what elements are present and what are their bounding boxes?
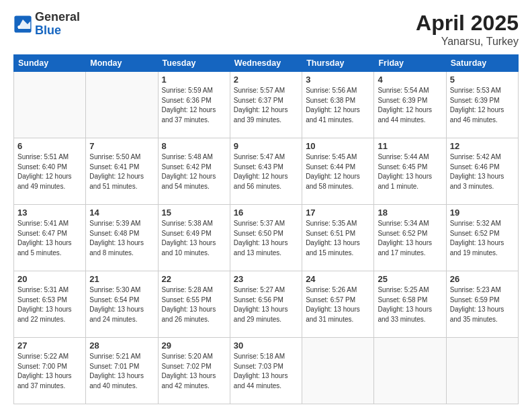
logo-blue-text: Blue: [35, 24, 80, 38]
day-number: 19: [450, 208, 515, 218]
svg-point-2: [17, 26, 20, 28]
day-number: 9: [234, 141, 298, 151]
table-row: [446, 338, 518, 404]
day-info: Sunrise: 5:42 AM Sunset: 6:46 PM Dayligh…: [450, 152, 515, 191]
day-info: Sunrise: 5:47 AM Sunset: 6:43 PM Dayligh…: [234, 152, 298, 191]
day-number: 25: [378, 274, 442, 284]
table-row: 6Sunrise: 5:51 AM Sunset: 6:40 PM Daylig…: [14, 138, 86, 205]
calendar-header-saturday: Saturday: [446, 55, 518, 72]
day-number: 2: [234, 75, 298, 85]
table-row: 17Sunrise: 5:35 AM Sunset: 6:51 PM Dayli…: [302, 205, 374, 271]
day-info: Sunrise: 5:21 AM Sunset: 7:01 PM Dayligh…: [89, 352, 154, 391]
day-number: 30: [234, 340, 298, 351]
calendar-week-row: 27Sunrise: 5:22 AM Sunset: 7:00 PM Dayli…: [14, 338, 519, 404]
day-number: 11: [378, 141, 442, 151]
table-row: 12Sunrise: 5:42 AM Sunset: 6:46 PM Dayli…: [446, 138, 518, 205]
table-row: 25Sunrise: 5:25 AM Sunset: 6:58 PM Dayli…: [374, 271, 446, 338]
day-number: 20: [17, 274, 82, 284]
day-number: 22: [162, 274, 226, 284]
table-row: [14, 72, 86, 138]
day-info: Sunrise: 5:56 AM Sunset: 6:38 PM Dayligh…: [306, 86, 370, 125]
day-info: Sunrise: 5:23 AM Sunset: 6:59 PM Dayligh…: [450, 285, 515, 324]
table-row: 14Sunrise: 5:39 AM Sunset: 6:48 PM Dayli…: [86, 205, 158, 271]
calendar-header-row: SundayMondayTuesdayWednesdayThursdayFrid…: [14, 55, 519, 72]
day-number: 3: [306, 75, 370, 85]
day-number: 10: [306, 141, 370, 151]
calendar-header-tuesday: Tuesday: [158, 55, 230, 72]
title-block: April 2025 Yanarsu, Turkey: [416, 11, 519, 48]
day-number: 18: [378, 208, 442, 218]
table-row: 22Sunrise: 5:28 AM Sunset: 6:55 PM Dayli…: [158, 271, 230, 338]
day-info: Sunrise: 5:57 AM Sunset: 6:37 PM Dayligh…: [234, 86, 298, 125]
day-number: 26: [450, 274, 515, 284]
day-info: Sunrise: 5:39 AM Sunset: 6:48 PM Dayligh…: [89, 219, 154, 258]
day-info: Sunrise: 5:50 AM Sunset: 6:41 PM Dayligh…: [89, 152, 154, 191]
header: General Blue April 2025 Yanarsu, Turkey: [13, 11, 519, 48]
day-info: Sunrise: 5:34 AM Sunset: 6:52 PM Dayligh…: [378, 219, 442, 258]
table-row: 5Sunrise: 5:53 AM Sunset: 6:39 PM Daylig…: [446, 72, 518, 138]
table-row: 4Sunrise: 5:54 AM Sunset: 6:39 PM Daylig…: [374, 72, 446, 138]
calendar-week-row: 20Sunrise: 5:31 AM Sunset: 6:53 PM Dayli…: [14, 271, 519, 338]
day-info: Sunrise: 5:31 AM Sunset: 6:53 PM Dayligh…: [17, 285, 82, 324]
day-number: 12: [450, 141, 515, 151]
day-info: Sunrise: 5:28 AM Sunset: 6:55 PM Dayligh…: [162, 285, 226, 324]
table-row: 27Sunrise: 5:22 AM Sunset: 7:00 PM Dayli…: [14, 338, 86, 404]
logo: General Blue: [13, 11, 80, 38]
calendar-week-row: 13Sunrise: 5:41 AM Sunset: 6:47 PM Dayli…: [14, 205, 519, 271]
day-number: 28: [89, 340, 154, 351]
day-info: Sunrise: 5:32 AM Sunset: 6:52 PM Dayligh…: [450, 219, 515, 258]
calendar-header-monday: Monday: [86, 55, 158, 72]
table-row: 26Sunrise: 5:23 AM Sunset: 6:59 PM Dayli…: [446, 271, 518, 338]
day-number: 21: [89, 274, 154, 284]
day-info: Sunrise: 5:25 AM Sunset: 6:58 PM Dayligh…: [378, 285, 442, 324]
table-row: 16Sunrise: 5:37 AM Sunset: 6:50 PM Dayli…: [230, 205, 302, 271]
calendar-week-row: 1Sunrise: 5:59 AM Sunset: 6:36 PM Daylig…: [14, 72, 519, 138]
table-row: 20Sunrise: 5:31 AM Sunset: 6:53 PM Dayli…: [14, 271, 86, 338]
logo-icon: [13, 15, 32, 34]
calendar-table: SundayMondayTuesdayWednesdayThursdayFrid…: [13, 54, 519, 404]
day-info: Sunrise: 5:38 AM Sunset: 6:49 PM Dayligh…: [162, 219, 226, 258]
table-row: 28Sunrise: 5:21 AM Sunset: 7:01 PM Dayli…: [86, 338, 158, 404]
calendar-header-wednesday: Wednesday: [230, 55, 302, 72]
day-number: 6: [17, 141, 82, 151]
day-number: 17: [306, 208, 370, 218]
day-info: Sunrise: 5:41 AM Sunset: 6:47 PM Dayligh…: [17, 219, 82, 258]
day-number: 15: [162, 208, 226, 218]
table-row: 2Sunrise: 5:57 AM Sunset: 6:37 PM Daylig…: [230, 72, 302, 138]
calendar-header-thursday: Thursday: [302, 55, 374, 72]
day-info: Sunrise: 5:30 AM Sunset: 6:54 PM Dayligh…: [89, 285, 154, 324]
day-info: Sunrise: 5:20 AM Sunset: 7:02 PM Dayligh…: [162, 352, 226, 391]
table-row: 11Sunrise: 5:44 AM Sunset: 6:45 PM Dayli…: [374, 138, 446, 205]
calendar-location: Yanarsu, Turkey: [416, 36, 519, 48]
logo-general-text: General: [35, 11, 80, 24]
day-number: 13: [17, 208, 82, 218]
table-row: 3Sunrise: 5:56 AM Sunset: 6:38 PM Daylig…: [302, 72, 374, 138]
table-row: 15Sunrise: 5:38 AM Sunset: 6:49 PM Dayli…: [158, 205, 230, 271]
table-row: [374, 338, 446, 404]
day-number: 7: [89, 141, 154, 151]
day-number: 1: [162, 75, 226, 85]
day-number: 24: [306, 274, 370, 284]
day-info: Sunrise: 5:53 AM Sunset: 6:39 PM Dayligh…: [450, 86, 515, 125]
table-row: 8Sunrise: 5:48 AM Sunset: 6:42 PM Daylig…: [158, 138, 230, 205]
day-number: 4: [378, 75, 442, 85]
day-number: 29: [162, 340, 226, 351]
table-row: 19Sunrise: 5:32 AM Sunset: 6:52 PM Dayli…: [446, 205, 518, 271]
table-row: 10Sunrise: 5:45 AM Sunset: 6:44 PM Dayli…: [302, 138, 374, 205]
table-row: 13Sunrise: 5:41 AM Sunset: 6:47 PM Dayli…: [14, 205, 86, 271]
table-row: 1Sunrise: 5:59 AM Sunset: 6:36 PM Daylig…: [158, 72, 230, 138]
day-info: Sunrise: 5:48 AM Sunset: 6:42 PM Dayligh…: [162, 152, 226, 191]
table-row: [86, 72, 158, 138]
day-number: 14: [89, 208, 154, 218]
table-row: [302, 338, 374, 404]
day-info: Sunrise: 5:59 AM Sunset: 6:36 PM Dayligh…: [162, 86, 226, 125]
table-row: 24Sunrise: 5:26 AM Sunset: 6:57 PM Dayli…: [302, 271, 374, 338]
table-row: 23Sunrise: 5:27 AM Sunset: 6:56 PM Dayli…: [230, 271, 302, 338]
calendar-header-friday: Friday: [374, 55, 446, 72]
table-row: 30Sunrise: 5:18 AM Sunset: 7:03 PM Dayli…: [230, 338, 302, 404]
calendar-title: April 2025: [416, 11, 519, 36]
table-row: 21Sunrise: 5:30 AM Sunset: 6:54 PM Dayli…: [86, 271, 158, 338]
day-number: 27: [17, 340, 82, 351]
day-info: Sunrise: 5:26 AM Sunset: 6:57 PM Dayligh…: [306, 285, 370, 324]
day-number: 16: [234, 208, 298, 218]
